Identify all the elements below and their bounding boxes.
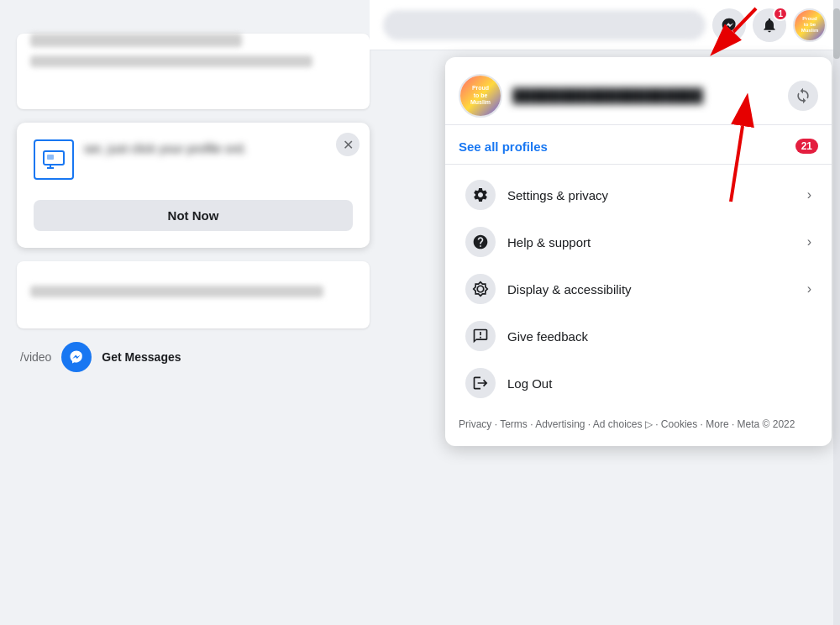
help-icon <box>465 227 496 257</box>
get-messages-label: Get Messages <box>102 350 181 364</box>
dropdown-menu: Proudto beMuslim ████████████████████ Se… <box>445 57 832 446</box>
feedback-label: Give feedback <box>507 329 811 344</box>
display-chevron: › <box>807 281 811 297</box>
bottom-card <box>17 261 370 328</box>
profile-row[interactable]: Proudto beMuslim ████████████████████ <box>445 67 832 125</box>
switch-profile-button[interactable] <box>788 81 818 111</box>
display-label: Display & accessibility <box>507 282 795 297</box>
menu-item-display[interactable]: Display & accessibility › <box>452 265 825 312</box>
notifications-button[interactable]: 1 <box>753 8 786 42</box>
scrollbar-thumb[interactable] <box>833 8 840 59</box>
see-all-profiles-link[interactable]: See all profiles <box>459 139 548 154</box>
menu-item-logout[interactable]: Log Out <box>452 360 825 407</box>
messenger-button[interactable] <box>712 8 746 42</box>
help-label: Help & support <box>507 235 795 249</box>
menu-items-list: Settings & privacy › Help & support › Di… <box>445 171 832 407</box>
svg-rect-1 <box>47 155 54 160</box>
svg-rect-4 <box>480 332 481 335</box>
display-icon <box>465 274 496 304</box>
settings-chevron: › <box>807 187 811 202</box>
svg-rect-5 <box>480 337 481 339</box>
feedback-icon <box>465 321 496 351</box>
menu-item-feedback[interactable]: Give feedback <box>452 312 825 360</box>
top-card <box>17 34 370 109</box>
dialog-card: ✕ ser, just click your profile ord. Not … <box>17 123 370 248</box>
settings-label: Settings & privacy <box>507 188 795 202</box>
profile-row-name: ████████████████████ <box>512 88 778 103</box>
profile-avatar-image: Proudto beMuslim <box>795 10 825 40</box>
left-panel: ✕ ser, just click your profile ord. Not … <box>0 0 386 625</box>
settings-icon <box>465 180 496 210</box>
dialog-text: ser, just click your profile ord. <box>84 139 246 157</box>
scrollbar[interactable] <box>833 0 840 625</box>
menu-item-help[interactable]: Help & support › <box>452 218 825 265</box>
profiles-badge: 21 <box>795 139 818 154</box>
notification-badge: 1 <box>773 7 788 21</box>
help-chevron: › <box>807 234 811 249</box>
menu-item-settings[interactable]: Settings & privacy › <box>452 171 825 218</box>
profile-avatar-button[interactable]: Proudto beMuslim <box>793 8 827 42</box>
top-bar: 1 Proudto beMuslim <box>370 0 840 50</box>
video-label: /video <box>20 350 51 364</box>
logout-label: Log Out <box>507 376 811 391</box>
profile-row-avatar: Proudto beMuslim <box>459 74 502 118</box>
see-all-profiles-row[interactable]: See all profiles 21 <box>445 132 832 165</box>
messenger-icon <box>61 342 92 372</box>
menu-footer: Privacy · Terms · Advertising · Ad choic… <box>445 407 832 436</box>
logout-icon <box>465 368 496 398</box>
monitor-icon <box>34 139 74 180</box>
close-dialog-button[interactable]: ✕ <box>336 133 360 156</box>
not-now-button[interactable]: Not Now <box>34 200 353 231</box>
